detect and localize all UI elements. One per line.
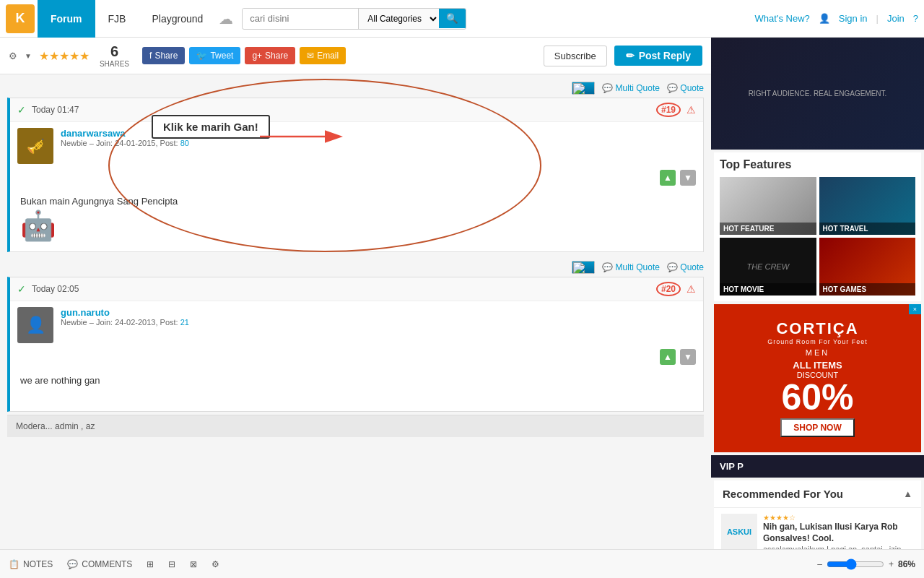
thumbs-up-btn-20[interactable]: ▲ bbox=[660, 349, 676, 365]
zoom-percentage: 86% bbox=[898, 559, 915, 569]
post-num-20[interactable]: #20 bbox=[656, 282, 681, 296]
post-reply-button[interactable]: ✏ Post Reply bbox=[614, 46, 702, 66]
ad-top-banner[interactable]: RIGHT AUDIENCE. REAL ENGAGEMENT. bbox=[711, 38, 924, 150]
recommended-collapse-btn[interactable]: ▲ bbox=[903, 488, 912, 499]
nav-playground[interactable]: Playground bbox=[139, 0, 216, 38]
wap-bar-19: 💬 Multi Quote 💬 Quote bbox=[7, 79, 704, 98]
post-user-20: 👤 gun.naruto Newbie – Join: 24-02-2013, … bbox=[10, 301, 703, 349]
googleplus-icon: g+ bbox=[252, 51, 262, 61]
ad-shoes-category: MEN bbox=[806, 348, 829, 357]
grid-icon: ⊞ bbox=[147, 559, 154, 569]
search-input[interactable] bbox=[243, 9, 358, 28]
post-header-19: ✓ Today 01:47 #19 ⚠ bbox=[10, 98, 703, 122]
site-logo[interactable]: K bbox=[6, 4, 35, 33]
feature-label-3: HOT MOVIE bbox=[720, 283, 816, 296]
navbar: K Forum FJB Playground ☁ All Categories … bbox=[0, 0, 924, 38]
top-features-section: Top Features HOT FEATURE HOT TRAVEL THE … bbox=[714, 152, 921, 301]
layout-tool[interactable]: ⊟ bbox=[168, 559, 175, 569]
join-link[interactable]: Join bbox=[887, 13, 905, 24]
shares-label: SHARES bbox=[100, 60, 129, 68]
notes-tool[interactable]: 📋 NOTES bbox=[9, 559, 53, 569]
feature-hot-feature[interactable]: HOT FEATURE bbox=[720, 177, 816, 235]
share-google-btn[interactable]: g+ Share bbox=[245, 47, 295, 64]
post-alert-20[interactable]: ⚠ bbox=[687, 283, 696, 295]
user-info-19: danarwarsawa Newbie – Join: 24-01-2015, … bbox=[61, 128, 696, 147]
post-20-wrapper: 💬 Multi Quote 💬 Quote ✓ Today 02:05 #20 … bbox=[7, 258, 704, 437]
quote-link-20[interactable]: 💬 Quote bbox=[667, 262, 704, 272]
features-grid: HOT FEATURE HOT TRAVEL THE CREW HOT MOVI… bbox=[720, 177, 915, 296]
settings-icon[interactable]: ⚙ bbox=[9, 51, 17, 61]
feature-label-4: HOT GAMES bbox=[819, 283, 916, 296]
category-select[interactable]: All Categories bbox=[358, 9, 439, 29]
rec-item-text-1: ★★★★☆ Nih gan, Lukisan Ilusi Karya Rob G… bbox=[763, 514, 914, 549]
post-actions-20: ▲ ▼ bbox=[10, 349, 703, 368]
post-alert-19[interactable]: ⚠ bbox=[687, 104, 696, 116]
comments-label: COMMENTS bbox=[82, 559, 132, 569]
settings-tool[interactable]: ⚙ bbox=[212, 559, 219, 569]
post-block-20: ✓ Today 02:05 #20 ⚠ 👤 gun.naruto Newbie … bbox=[7, 277, 704, 412]
facebook-icon: f bbox=[149, 51, 152, 61]
ad-corner-label: × bbox=[909, 304, 921, 314]
search-button[interactable]: 🔍 bbox=[439, 9, 466, 28]
rec-item-preview-1: assalamualaikum I pagi an. santai , izin… bbox=[763, 544, 914, 549]
username-20[interactable]: gun.naruto bbox=[61, 307, 696, 318]
username-19[interactable]: danarwarsawa bbox=[61, 128, 696, 139]
settings-bottom-icon: ⚙ bbox=[212, 559, 219, 569]
recommended-header: Recommended For You ▲ bbox=[714, 480, 921, 508]
avatar-img-20: 👤 bbox=[17, 307, 53, 343]
comments-icon: 💬 bbox=[67, 559, 78, 569]
user-meta-20: Newbie – Join: 24-02-2013, Post: 21 bbox=[61, 318, 696, 327]
moderator-bar: Modera... admin , az bbox=[7, 415, 704, 437]
ad-shoes-discount: 60% bbox=[781, 379, 853, 415]
nav-fjb[interactable]: FJB bbox=[95, 0, 139, 38]
subscribe-button[interactable]: Subscribe bbox=[544, 46, 607, 66]
whats-new-link[interactable]: What's New? bbox=[755, 13, 810, 24]
post-num-19[interactable]: #19 bbox=[656, 103, 681, 117]
recommended-panel: Recommended For You ▲ ASKUI ★★★★☆ Nih ga… bbox=[714, 480, 921, 549]
share-twitter-btn[interactable]: 🐦 Tweet bbox=[189, 47, 240, 64]
zoom-slider[interactable] bbox=[827, 558, 884, 570]
thumbs-up-btn-19[interactable]: ▲ bbox=[660, 170, 676, 186]
moderator-label: Modera... bbox=[16, 421, 53, 431]
post-body-20: we are nothing gan bbox=[10, 368, 703, 411]
sign-in-link[interactable]: Sign in bbox=[839, 13, 868, 24]
feature-hot-movie[interactable]: THE CREW HOT MOVIE bbox=[720, 238, 816, 296]
post-user-19: 🎺 danarwarsawa Newbie – Join: 24-01-2015… bbox=[10, 122, 703, 170]
multi-quote-link-20[interactable]: 💬 Multi Quote bbox=[602, 262, 660, 272]
share-facebook-btn[interactable]: f Share bbox=[142, 47, 185, 64]
ad-shoes-content: CORTIÇA Ground Room For Your Feet MEN AL… bbox=[714, 304, 921, 452]
quote-link-19[interactable]: 💬 Quote bbox=[667, 83, 704, 93]
post-time-19: Today 01:47 bbox=[32, 105, 650, 115]
search-bar: All Categories 🔍 bbox=[242, 8, 466, 30]
feature-hot-games[interactable]: HOT GAMES bbox=[819, 238, 916, 296]
grid-tool[interactable]: ⊞ bbox=[147, 559, 154, 569]
multi-quote-link-19[interactable]: 💬 Multi Quote bbox=[602, 83, 660, 93]
post-emoji-19: 🤖 bbox=[20, 209, 693, 243]
layout-icon: ⊟ bbox=[168, 559, 175, 569]
zoom-plus-btn[interactable]: + bbox=[889, 559, 894, 569]
recommended-item-1[interactable]: ASKUI ★★★★☆ Nih gan, Lukisan Ilusi Karya… bbox=[714, 508, 921, 549]
share-buttons: f Share 🐦 Tweet g+ Share ✉ Email bbox=[142, 47, 346, 64]
feature-label-2: HOT TRAVEL bbox=[819, 223, 916, 235]
rec-thumb-1: ASKUI bbox=[721, 514, 757, 549]
view-icon: ⊠ bbox=[190, 559, 197, 569]
nav-separator: | bbox=[876, 13, 879, 24]
ad-shoes-banner[interactable]: CORTIÇA Ground Room For Your Feet MEN AL… bbox=[714, 304, 921, 452]
zoom-out-btn[interactable]: – bbox=[817, 559, 822, 569]
thumbs-down-btn-19[interactable]: ▼ bbox=[680, 170, 696, 186]
thumbs-down-btn-20[interactable]: ▼ bbox=[680, 349, 696, 365]
comments-tool[interactable]: 💬 COMMENTS bbox=[67, 559, 132, 569]
ad-shoes-shop-btn[interactable]: SHOP NOW bbox=[780, 418, 854, 437]
post-count-link-20[interactable]: 21 bbox=[180, 318, 189, 327]
moderator-value: admin , az bbox=[55, 421, 95, 431]
forum-content: ⚙ ▼ ★★★★★ 6 SHARES f Share 🐦 Tweet g+ Sh… bbox=[0, 38, 711, 549]
share-email-btn[interactable]: ✉ Email bbox=[300, 47, 346, 64]
vip-bar[interactable]: VIP P bbox=[711, 455, 924, 478]
help-icon[interactable]: ? bbox=[913, 13, 918, 24]
feature-hot-travel[interactable]: HOT TRAVEL bbox=[819, 177, 916, 235]
settings-dropdown-icon[interactable]: ▼ bbox=[25, 52, 32, 60]
view-tool[interactable]: ⊠ bbox=[190, 559, 197, 569]
post-count-link-19[interactable]: 80 bbox=[180, 139, 189, 147]
cloud-icon: ☁ bbox=[219, 10, 233, 27]
nav-forum[interactable]: Forum bbox=[38, 0, 95, 38]
